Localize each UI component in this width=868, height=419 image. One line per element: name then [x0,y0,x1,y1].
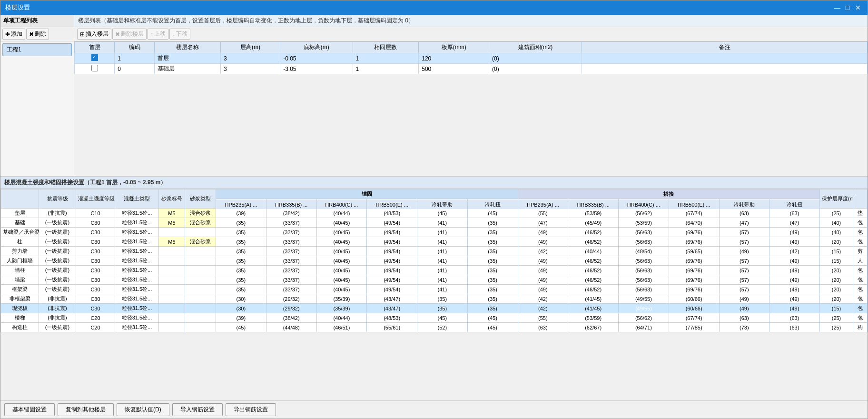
anc_hrb500-cell[interactable]: (49/54) [367,247,417,256]
concrete_type-cell[interactable]: 粒径31.5砼... [115,275,159,285]
floor-row[interactable]: 0 基础层 3 -3.05 1 500 (0) [75,64,868,74]
spl_cold_twist-cell[interactable]: (63) [769,209,820,218]
mortar_type-cell[interactable] [185,247,216,256]
anc_hpb235-cell[interactable]: (35) [216,237,266,247]
spl_hrb400-cell[interactable]: (56/63) [619,228,669,237]
spl_hrb335-cell[interactable]: (46/52) [568,237,619,247]
anc_cold_twist-cell[interactable]: (35) [467,266,518,275]
suffix-cell[interactable]: 包 [853,304,868,313]
suffix-cell[interactable]: 包 [853,266,868,275]
anc_hrb335-cell[interactable]: (33/37) [266,285,316,294]
anc_cold_twist-cell[interactable]: (35) [467,218,518,228]
component-cell[interactable]: 楼梯 [1,313,39,323]
checkbox[interactable] [91,65,98,71]
anc_hrb335-cell[interactable]: (33/37) [266,247,316,256]
anc_hrb400-cell[interactable]: (35/39) [316,304,367,313]
mortar_grade-cell[interactable] [159,294,185,304]
anc_hrb335-cell[interactable]: (29/32) [266,294,316,304]
anc_cold_twist-cell[interactable]: (35) [467,304,518,313]
anc_cold_ribbed-cell[interactable]: (35) [417,304,468,313]
anc_hrb500-cell[interactable]: (48/53) [367,313,417,323]
component-cell[interactable]: 剪力墙 [1,247,39,256]
anc_hrb400-cell[interactable]: (40/45) [316,285,367,294]
mortar_type-cell[interactable] [185,266,216,275]
seismic-cell[interactable]: (一级抗震) [39,275,76,285]
anc_cold_ribbed-cell[interactable]: (41) [417,237,468,247]
strength-cell[interactable]: C30 [76,304,115,313]
anc_cold_ribbed-cell[interactable]: (35) [417,294,468,304]
suffix-cell[interactable]: 剪 [853,247,868,256]
spl_hrb500-cell[interactable]: (67/74) [669,313,719,323]
concrete-row[interactable]: 框架梁(一级抗震)C30粒径31.5砼...(35)(33/37)(40/45)… [1,285,868,294]
spl_hrb500-cell[interactable]: (77/85) [669,323,719,332]
concrete_type-cell[interactable]: 粒径31.5砼... [115,218,159,228]
spl_cold_ribbed-cell[interactable]: (47) [719,218,769,228]
anc_hrb500-cell[interactable]: (48/53) [367,209,417,218]
spl_hrb500-cell[interactable]: (69/76) [669,266,719,275]
strength-cell[interactable]: C30 [76,266,115,275]
strength-cell[interactable]: C30 [76,228,115,237]
anc_cold_ribbed-cell[interactable]: (41) [417,266,468,275]
suffix-cell[interactable]: 包 [853,218,868,228]
anc_hrb500-cell[interactable]: (49/54) [367,228,417,237]
spl_hpb235-cell[interactable]: (49) [518,256,568,266]
mortar_type-cell[interactable] [185,294,216,304]
spl_hrb335-cell[interactable]: (46/52) [568,266,619,275]
mortar_type-cell[interactable] [185,228,216,237]
seismic-cell[interactable]: (一级抗震) [39,266,76,275]
cover-cell[interactable]: (20) [820,285,853,294]
cover-cell[interactable]: (25) [820,323,853,332]
spl_hrb400-cell[interactable]: (56/63) [619,285,669,294]
mortar_grade-cell[interactable] [159,304,185,313]
anc_hrb335-cell[interactable]: (33/37) [266,256,316,266]
strength-cell[interactable]: C30 [76,237,115,247]
component-cell[interactable]: 垫层 [1,209,39,218]
concrete-row[interactable]: 现浇板(非抗震)C30粒径31.5砼...(30)(29/32)(35/39)(… [1,304,868,313]
spl_cold_twist-cell[interactable]: (63) [769,313,820,323]
anc_hrb335-cell[interactable]: (33/37) [266,275,316,285]
anc_hrb400-cell[interactable]: (46/51) [316,323,367,332]
anc_hrb335-cell[interactable]: (44/48) [266,323,316,332]
spl_cold_twist-cell[interactable]: (49) [769,266,820,275]
seismic-cell[interactable]: (非抗震) [39,294,76,304]
cover-cell[interactable]: (15) [820,256,853,266]
anc_hpb235-cell[interactable]: (35) [216,256,266,266]
anc_cold_ribbed-cell[interactable]: (45) [417,313,468,323]
concrete-row[interactable]: 柱(一级抗震)C30粒径31.5砼...M5混合砂浆(35)(33/37)(40… [1,237,868,247]
mortar_grade-cell[interactable] [159,275,185,285]
spl_cold_ribbed-cell[interactable]: (63) [719,313,769,323]
component-cell[interactable]: 基础 [1,218,39,228]
spl_hrb335-cell[interactable]: (45/49) [568,218,619,228]
concrete_type-cell[interactable]: 粒径31.5砼... [115,294,159,304]
move-down-button[interactable]: ↓ 下移 [169,29,190,40]
component-cell[interactable]: 构造柱 [1,323,39,332]
anc_hrb400-cell[interactable]: (40/45) [316,228,367,237]
concrete-row[interactable]: 墙梁(一级抗震)C30粒径31.5砼...(35)(33/37)(40/45)(… [1,275,868,285]
spl_hpb235-cell[interactable]: (42) [518,294,568,304]
spl_hpb235-cell[interactable]: (47) [518,218,568,228]
cover-cell[interactable]: (40) [820,228,853,237]
spl_cold_twist-cell[interactable]: (42) [769,247,820,256]
seismic-cell[interactable]: (非抗震) [39,313,76,323]
spl_cold_twist-cell[interactable]: (49) [769,228,820,237]
anc_hrb335-cell[interactable]: (38/42) [266,313,316,323]
strength-cell[interactable]: C30 [76,247,115,256]
mortar_grade-cell[interactable]: M5 [159,218,185,228]
spl_cold_twist-cell[interactable]: (49) [769,304,820,313]
import-rebar-btn[interactable]: 导入钢筋设置 [172,403,223,416]
spl_cold_twist-cell[interactable]: (49) [769,285,820,294]
cover-cell[interactable]: (20) [820,294,853,304]
concrete_type-cell[interactable]: 粒径31.5砼... [115,304,159,313]
mortar_type-cell[interactable]: 混合砂浆 [185,209,216,218]
spl_cold_ribbed-cell[interactable]: (49) [719,294,769,304]
strength-cell[interactable]: C20 [76,313,115,323]
seismic-cell[interactable]: (一级抗震) [39,285,76,294]
concrete_type-cell[interactable]: 粒径31.5砼... [115,323,159,332]
spl_hrb335-cell[interactable]: (46/52) [568,256,619,266]
suffix-cell[interactable]: 包 [853,237,868,247]
basic-anchor-btn[interactable]: 基本锚固设置 [4,403,55,416]
spl_cold_twist-cell[interactable]: (49) [769,275,820,285]
mortar_grade-cell[interactable] [159,256,185,266]
first-floor-check[interactable] [75,64,115,74]
spl_hpb235-cell[interactable]: (55) [518,209,568,218]
